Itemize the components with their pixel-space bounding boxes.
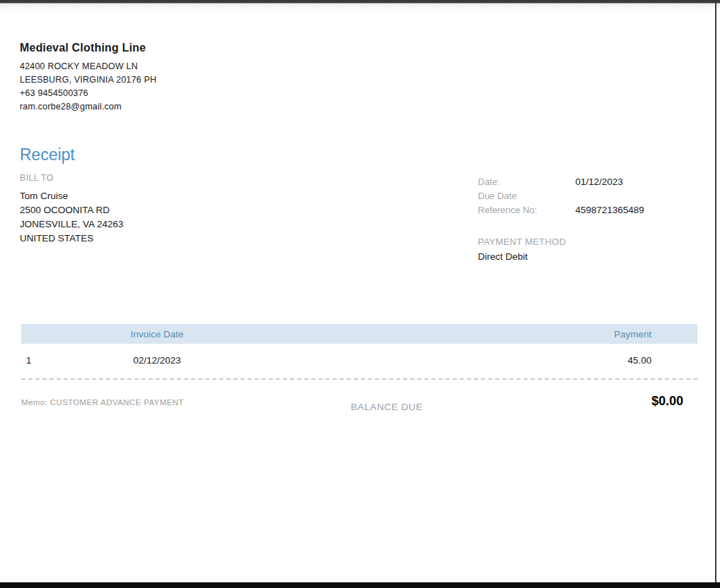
bill-to-name: Tom Cruise (20, 189, 124, 203)
company-name: Medieval Clothing Line (20, 42, 146, 54)
date-value: 01/12/2023 (575, 176, 623, 187)
balance-due-value: $0.00 (652, 394, 683, 409)
payment-cell: 45.00 (628, 355, 697, 366)
table-header-payment: Payment (614, 329, 697, 340)
page-bottom-border (0, 582, 720, 588)
dashed-divider (21, 378, 697, 380)
memo-value: CUSTOMER ADVANCE PAYMENT (50, 398, 184, 407)
bill-to-block: Tom Cruise 2500 OCOONITA RD JONESVILLE, … (20, 189, 124, 246)
page-top-border (0, 0, 720, 10)
payment-method-label: PAYMENT METHOD (478, 236, 566, 247)
payment-method-value: Direct Debit (478, 251, 528, 262)
table-header-invoice-date: Invoice Date (49, 329, 265, 340)
row-spacer (265, 355, 628, 366)
page-right-border (715, 0, 716, 583)
balance-due-label: BALANCE DUE (351, 402, 423, 412)
reference-no-value: 4598721365489 (575, 205, 644, 215)
bill-to-address-line1: 2500 OCOONITA RD (20, 203, 124, 217)
company-phone: +63 9454500376 (20, 87, 157, 100)
due-date-label: Due Date (478, 191, 517, 201)
company-email: ram.corbe28@gmail.com (20, 100, 157, 114)
table-row: 1 02/12/2023 45.00 (21, 355, 697, 366)
reference-no-label: Reference No: (478, 205, 537, 215)
company-address-line2: LEESBURG, VIRGINIA 20176 PH (20, 73, 157, 87)
company-address-line1: 42400 ROCKY MEADOW LN (20, 60, 157, 73)
table-header-row: Invoice Date Payment (21, 324, 697, 344)
bill-to-label: BILL TO (20, 173, 54, 183)
bill-to-country: UNITED STATES (20, 232, 124, 246)
bill-to-address-line2: JONESVILLE, VA 24263 (20, 217, 124, 232)
row-number-cell: 1 (21, 355, 49, 366)
company-address-block: 42400 ROCKY MEADOW LN LEESBURG, VIRGINIA… (20, 60, 157, 114)
memo-line: Memo: CUSTOMER ADVANCE PAYMENT (21, 398, 184, 407)
page-title: Receipt (20, 145, 75, 164)
memo-label: Memo: (21, 398, 47, 407)
date-label: Date: (478, 176, 500, 187)
invoice-date-cell: 02/12/2023 (49, 355, 265, 366)
receipt-page: Medieval Clothing Line 42400 ROCKY MEADO… (0, 0, 720, 588)
